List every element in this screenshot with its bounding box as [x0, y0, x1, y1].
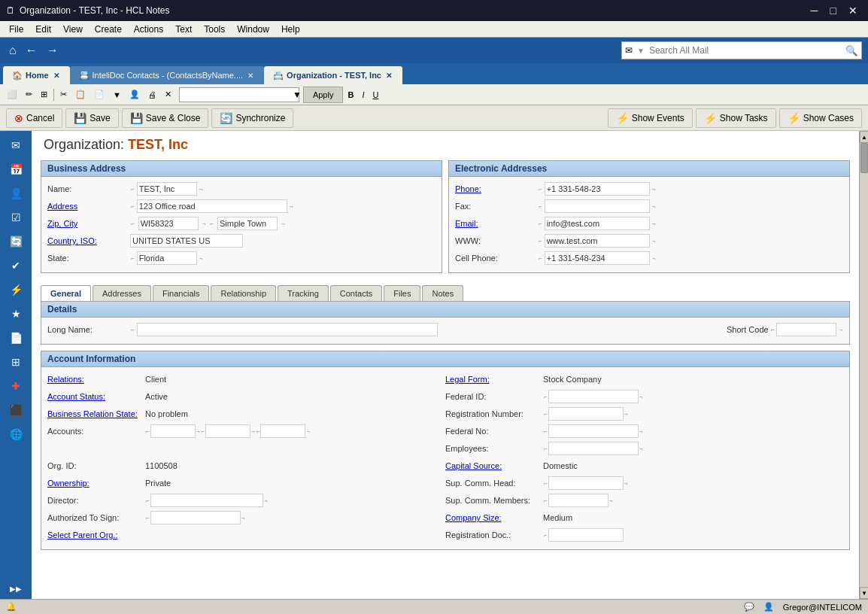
menu-window[interactable]: Window	[231, 23, 275, 36]
tab-relationship[interactable]: Relationship	[211, 285, 276, 301]
zip-city-label[interactable]: Zip, City	[47, 219, 130, 228]
save-close-button[interactable]: 💾 Save & Close	[122, 108, 209, 128]
close-button[interactable]: ✕	[844, 3, 862, 18]
sidebar-icon-plugin[interactable]: ⚡	[3, 278, 29, 301]
sidebar-icon-sync[interactable]: 🔄	[3, 230, 29, 253]
fax-value[interactable]	[545, 199, 650, 213]
show-tasks-button[interactable]: ⚡ Show Tasks	[696, 108, 776, 128]
cell-phone-value[interactable]: +1 331-548-234	[545, 251, 650, 265]
business-relation-label[interactable]: Business Relation State:	[47, 409, 145, 418]
toolbar-addr-btn[interactable]: 👤	[126, 87, 144, 103]
sup-comm-members-value[interactable]	[548, 494, 609, 507]
tab-contacts[interactable]: 📇 InteliDoc Contacts - (ContactsByName..…	[70, 66, 265, 84]
tab-home[interactable]: 🏠 Home ✕	[3, 66, 70, 84]
toolbar-copy-btn[interactable]: 📋	[71, 87, 90, 103]
scroll-up-btn[interactable]: ▲	[860, 131, 868, 143]
relations-label[interactable]: Relations:	[47, 375, 145, 384]
show-events-button[interactable]: ⚡ Show Events	[608, 108, 693, 128]
country-label[interactable]: Country, ISO:	[47, 236, 130, 245]
sidebar-expand-btn[interactable]: ▶▶	[7, 582, 25, 596]
company-size-label[interactable]: Company Size:	[445, 513, 543, 522]
tab-addresses[interactable]: Addresses	[93, 285, 151, 301]
ownership-label[interactable]: Ownership:	[47, 479, 145, 488]
sidebar-icon-document[interactable]: 📄	[3, 327, 29, 349]
cancel-button[interactable]: ⊗ Cancel	[6, 108, 62, 128]
sidebar-icon-contacts[interactable]: 👤	[3, 182, 29, 205]
legal-form-label[interactable]: Legal Form:	[445, 375, 543, 384]
nav-back-icon[interactable]: ←	[23, 42, 41, 59]
scroll-thumb[interactable]	[860, 143, 868, 173]
zip-value[interactable]: WI58323	[138, 217, 199, 230]
director-value[interactable]	[150, 494, 263, 507]
email-label[interactable]: Email:	[455, 219, 538, 228]
scrollbar[interactable]: ▲ ▼	[859, 131, 868, 599]
toolbar-x-btn[interactable]: ✕	[161, 87, 175, 103]
toolbar-paste-btn[interactable]: 📄	[90, 87, 108, 103]
toolbar-cut-btn[interactable]: ✂	[56, 87, 71, 103]
toolbar-italic-btn[interactable]: I	[358, 87, 368, 103]
tab-organization[interactable]: 📇 Organization - TEST, Inc ✕	[264, 66, 402, 84]
toolbar-pane-btn[interactable]: ⬜	[3, 87, 21, 103]
sidebar-icon-grid[interactable]: ⊞	[3, 351, 29, 373]
authorized-value[interactable]	[150, 511, 241, 524]
account-status-label[interactable]: Account Status:	[47, 392, 145, 401]
toolbar-style-input[interactable]	[180, 90, 290, 99]
long-name-value[interactable]	[137, 323, 438, 336]
nav-forward-icon[interactable]: →	[44, 42, 62, 59]
sidebar-icon-tasks[interactable]: ☑	[3, 206, 29, 229]
sup-comm-head-value[interactable]	[548, 476, 624, 490]
sidebar-icon-plus-red[interactable]: ✚	[3, 375, 29, 397]
menu-edit[interactable]: Edit	[29, 23, 57, 36]
menu-file[interactable]: File	[3, 23, 29, 36]
maximize-button[interactable]: □	[826, 3, 841, 18]
accounts-value-2[interactable]	[205, 424, 250, 438]
toolbar-style-arrow[interactable]: ▼	[290, 90, 305, 100]
toolbar-edit-btn[interactable]: ✏	[22, 87, 36, 103]
reg-doc-value[interactable]	[548, 528, 624, 542]
tab-files[interactable]: Files	[384, 285, 420, 301]
short-code-value[interactable]	[776, 323, 836, 336]
toolbar-more-btn[interactable]: ⊞	[37, 87, 51, 103]
tab-contacts[interactable]: Contacts	[330, 285, 382, 301]
menu-tools[interactable]: Tools	[198, 23, 231, 36]
federal-id-value[interactable]	[548, 390, 639, 403]
phone-value[interactable]: +1 331-548-23	[545, 182, 650, 196]
sidebar-icon-apps[interactable]: ⬛	[3, 399, 29, 421]
email-value[interactable]: info@test.com	[545, 217, 650, 230]
sidebar-icon-check[interactable]: ✔	[3, 254, 29, 277]
synchronize-button[interactable]: 🔄 Synchronize	[211, 108, 293, 128]
address-value[interactable]: 123 Office road	[137, 199, 287, 213]
tab-notes[interactable]: Notes	[422, 285, 463, 301]
nav-home-icon[interactable]: ⌂	[6, 42, 20, 59]
toolbar-print-btn[interactable]: 🖨	[144, 87, 160, 103]
toolbar-underline-btn[interactable]: U	[369, 87, 382, 103]
toolbar-apply-btn[interactable]: Apply	[303, 87, 344, 103]
search-dropdown-arrow[interactable]: ▼	[636, 47, 646, 55]
save-button[interactable]: 💾 Save	[65, 108, 118, 128]
toolbar-bold-btn[interactable]: B	[344, 87, 357, 103]
menu-view[interactable]: View	[57, 23, 89, 36]
search-input[interactable]	[646, 44, 842, 57]
name-value[interactable]: TEST, Inc	[137, 182, 197, 196]
accounts-value-1[interactable]	[150, 424, 196, 438]
address-label[interactable]: Address	[47, 202, 130, 211]
reg-number-value[interactable]	[548, 407, 624, 421]
employees-value[interactable]	[548, 442, 639, 455]
tab-home-close[interactable]: ✕	[52, 71, 61, 80]
menu-create[interactable]: Create	[89, 23, 128, 36]
sidebar-icon-bookmark[interactable]: ★	[3, 302, 29, 325]
tab-org-close[interactable]: ✕	[384, 71, 393, 80]
search-submit-button[interactable]: 🔍	[842, 45, 861, 56]
tab-contacts-close[interactable]: ✕	[246, 71, 255, 80]
show-cases-button[interactable]: ⚡ Show Cases	[779, 108, 862, 128]
tab-tracking[interactable]: Tracking	[278, 285, 329, 301]
federal-no-value[interactable]	[548, 424, 639, 438]
phone-label[interactable]: Phone:	[455, 184, 538, 193]
minimize-button[interactable]: ─	[806, 3, 823, 18]
select-parent-label[interactable]: Select Parent Org.:	[47, 530, 145, 540]
capital-source-label[interactable]: Capital Source:	[445, 461, 543, 470]
state-value[interactable]: Florida	[137, 251, 197, 265]
tab-general[interactable]: General	[41, 285, 91, 301]
menu-actions[interactable]: Actions	[128, 23, 169, 36]
sidebar-icon-globe[interactable]: 🌐	[3, 423, 29, 445]
